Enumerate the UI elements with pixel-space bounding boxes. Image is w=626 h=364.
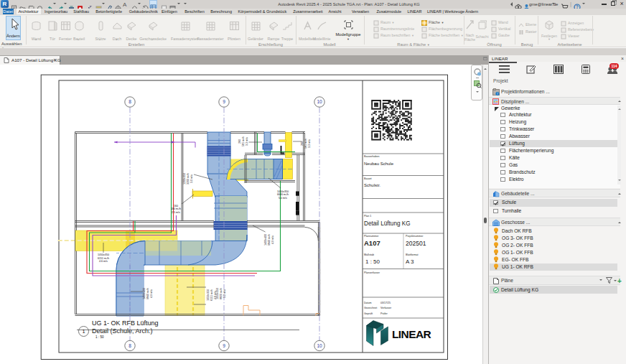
svg-text:5.0 m/s: 5.0 m/s <box>279 197 287 200</box>
svg-text:3.3 m/s: 3.3 m/s <box>246 137 248 146</box>
svg-text:1400x400: 1400x400 <box>143 288 146 299</box>
svg-text:4.9 m/s: 4.9 m/s <box>271 235 274 244</box>
svg-text:Verfasser: Verfasser <box>380 307 392 309</box>
svg-text:6151 m³/h: 6151 m³/h <box>210 289 213 301</box>
svg-text:3.3 m/s: 3.3 m/s <box>308 139 311 148</box>
svg-text:Projektnummer: Projektnummer <box>406 235 424 238</box>
svg-text:5.2 m/s: 5.2 m/s <box>223 289 226 298</box>
svg-text:Datum: Datum <box>364 302 372 304</box>
svg-text:Maßstab: Maßstab <box>364 253 374 256</box>
svg-text:180 m³/h: 180 m³/h <box>171 207 181 210</box>
svg-text:1050x350: 1050x350 <box>216 288 219 299</box>
svg-text:3.0 m/s: 3.0 m/s <box>190 174 193 183</box>
svg-text:1 : 50: 1 : 50 <box>365 258 380 265</box>
svg-text:3200 m³/h: 3200 m³/h <box>187 173 190 185</box>
svg-text:A 3: A 3 <box>406 258 414 265</box>
svg-text:9840 m³/h: 9840 m³/h <box>146 288 149 299</box>
svg-text:1050x350: 1050x350 <box>98 253 109 256</box>
svg-text:2.5 m/s: 2.5 m/s <box>172 211 180 214</box>
svg-text:10: 10 <box>317 343 322 348</box>
svg-text:9: 9 <box>223 99 225 104</box>
svg-text:202501: 202501 <box>406 240 426 247</box>
svg-text:Plan 1: Plan 1 <box>364 215 371 218</box>
svg-text:8: 8 <box>129 99 131 104</box>
svg-text:Gezeichnet: Gezeichnet <box>364 307 377 309</box>
svg-text:8820 m³/h: 8820 m³/h <box>220 288 223 299</box>
svg-text:1050x350: 1050x350 <box>277 190 289 193</box>
svg-text:1 : 50: 1 : 50 <box>95 335 104 339</box>
svg-text:Neubau Schule: Neubau Schule <box>364 162 394 166</box>
svg-text:Bauort: Bauort <box>364 177 372 180</box>
svg-text:6640 m³/h: 6640 m³/h <box>277 193 289 196</box>
svg-text:10: 10 <box>317 99 322 104</box>
svg-text:Bauvorhaben: Bauvorhaben <box>364 155 379 158</box>
svg-text:Detail Lüftung KG: Detail Lüftung KG <box>364 220 411 227</box>
svg-text:1200x350: 1200x350 <box>183 173 186 185</box>
svg-text:1050x350: 1050x350 <box>207 289 210 301</box>
svg-text:Detail (Schule, Arch.): Detail (Schule, Arch.) <box>92 327 153 335</box>
svg-text:8: 8 <box>129 343 131 348</box>
svg-text:9: 9 <box>223 343 225 348</box>
svg-text:A107: A107 <box>364 239 380 247</box>
svg-text:260: 260 <box>301 141 304 146</box>
svg-text:4.6 m/s: 4.6 m/s <box>99 260 108 263</box>
svg-text:Plannummer: Plannummer <box>364 235 379 238</box>
svg-text:581 m³/h: 581 m³/h <box>242 136 245 146</box>
svg-text:LINEAR: LINEAR <box>392 328 431 340</box>
svg-text:9840 m³/h: 9840 m³/h <box>268 234 271 246</box>
svg-text:Schulstr.: Schulstr. <box>364 183 380 187</box>
svg-text:Planverfasser: Planverfasser <box>364 271 380 274</box>
svg-text:581 m³/h: 581 m³/h <box>304 139 307 149</box>
svg-text:6151 m³/h: 6151 m³/h <box>98 257 109 260</box>
svg-text:260: 260 <box>238 139 241 144</box>
svg-text:Geprüft: Geprüft <box>364 312 373 315</box>
svg-text:Blattformat: Blattformat <box>406 253 418 256</box>
svg-text:Prüfer: Prüfer <box>380 312 388 315</box>
svg-text:1400x400: 1400x400 <box>264 234 267 246</box>
svg-text:1: 1 <box>82 328 85 335</box>
svg-text:4.9 m/s: 4.9 m/s <box>150 289 153 298</box>
svg-text:03/17/25: 03/17/25 <box>380 302 391 304</box>
svg-text:160: 160 <box>174 205 178 207</box>
svg-text:UG 1- OK RFB Lüftung: UG 1- OK RFB Lüftung <box>92 319 159 327</box>
